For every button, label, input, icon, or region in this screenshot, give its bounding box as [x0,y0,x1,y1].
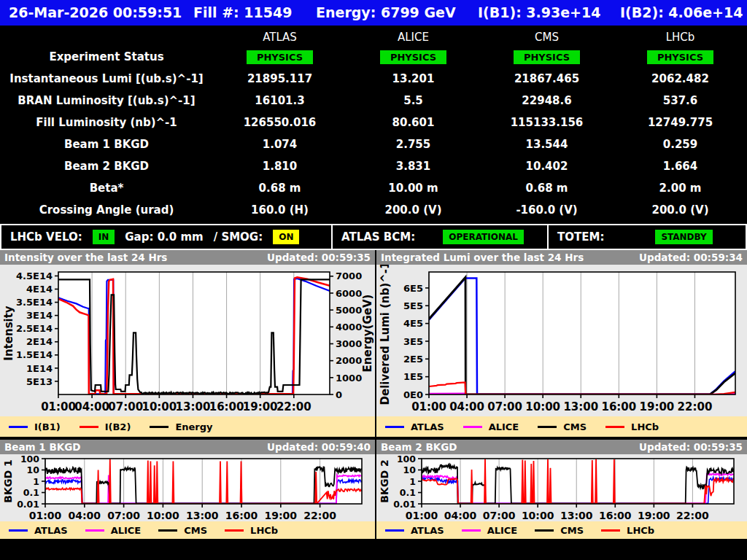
column-header-atlas: ATLAS [213,31,347,44]
top-status-bar: 26-Mar-2026 00:59:51 Fill #: 11549 Energ… [0,0,747,26]
svg-text:22:00: 22:00 [678,400,713,413]
svg-text:5E5: 5E5 [403,300,423,311]
svg-text:01:00: 01:00 [29,510,62,521]
chart-legend: ATLASALICECMSLHCb [376,416,747,437]
legend-line-swatch [85,529,104,532]
bcm-label: ATLAS BCM: [341,230,415,244]
y-axis-label: BKGD 1 [2,459,14,502]
lhc-page1-screen: 26-Mar-2026 00:59:51 Fill #: 11549 Energ… [0,0,747,560]
row-label: Experiment Status [0,50,213,63]
table-cell: 13.544 [480,138,614,151]
svg-text:2.5E14: 2.5E14 [16,323,53,334]
legend-item-atlas: ATLAS [385,525,444,536]
legend-label: LHCb [250,525,278,536]
legend-label: I(B1) [34,421,61,432]
velo-state-badge: IN [93,230,115,244]
svg-text:0.01: 0.01 [393,499,416,510]
row-label: Beam 2 BKGD [0,160,213,173]
svg-text:3E5: 3E5 [403,336,423,347]
svg-text:1: 1 [409,476,416,487]
legend-line-swatch [150,426,169,428]
chart-svg-lumi: 01:0004:0007:0010:0013:0016:0019:0022:00… [376,265,747,416]
legend-item-cms: CMS [535,525,584,536]
svg-text:5000: 5000 [336,305,362,316]
chart-title: Beam 1 BKGD [4,441,80,453]
svg-text:13:00: 13:00 [560,510,593,521]
gap-label: Gap: 0.0 mm [125,230,203,244]
svg-text:4.5E14: 4.5E14 [16,271,53,281]
legend-line-swatch [535,529,554,532]
table-cell: PHYSICS [480,50,614,64]
svg-text:1E14: 1E14 [26,363,53,374]
row-label: Instantaneous Lumi [(ub.s)^-1] [0,72,213,85]
legend-line-swatch [463,426,482,428]
legend-item-cms: CMS [158,525,207,536]
smog-label: / SMOG: [214,230,263,244]
svg-text:22:00: 22:00 [676,510,709,521]
table-cell: 126550.016 [213,116,347,129]
svg-text:10:00: 10:00 [142,400,177,413]
row-label: Beam 1 BKGD [0,138,213,151]
svg-text:1000: 1000 [336,373,362,384]
table-row: Instantaneous Lumi [(ub.s)^-1]21895.1171… [0,68,747,90]
legend-item-i-b1-: I(B1) [9,421,61,432]
svg-text:01:00: 01:00 [41,400,76,413]
bcm-state-badge: OPERATIONAL [443,230,524,244]
table-cell: 2.755 [347,138,480,151]
svg-text:7000: 7000 [336,271,362,281]
svg-text:13:00: 13:00 [176,400,211,413]
legend-line-swatch [9,529,28,532]
legend-item-atlas: ATLAS [385,421,444,432]
svg-text:100: 100 [397,454,416,464]
svg-text:22:00: 22:00 [303,510,336,521]
totem-label: TOTEM: [557,230,604,244]
svg-text:04:00: 04:00 [69,510,101,521]
svg-text:1E5: 1E5 [403,371,423,382]
chart-svg-bkgd1: 01:0004:0007:0010:0013:0016:0019:0022:00… [0,454,375,521]
table-cell: 0.68 m [213,182,347,195]
chart-plot-area: 01:0004:0007:0010:0013:0016:0019:0022:00… [376,454,747,521]
chart-plot-area: 01:0004:0007:0010:0013:0016:0019:0022:00… [0,265,375,416]
table-row: Beta*0.68 m10.00 m0.68 m2.00 m [0,177,747,199]
svg-text:10:00: 10:00 [147,510,179,521]
table-cell: 2.00 m [614,182,747,195]
legend-label: Energy [175,421,212,432]
table-row: Crossing Angle (urad)160.0 (H)200.0 (V)-… [0,199,747,221]
chart-updated-time: Updated: 00:59:35 [267,252,371,263]
svg-text:10:00: 10:00 [522,510,554,521]
svg-text:04:00: 04:00 [444,510,477,521]
legend-label: I(B2) [105,421,131,432]
table-cell: 12749.775 [614,116,747,129]
svg-text:1.5E14: 1.5E14 [16,349,53,360]
svg-text:22:00: 22:00 [276,400,311,413]
chart-svg-bkgd2: 01:0004:0007:0010:0013:0016:0019:0022:00… [376,454,747,521]
table-cell: 200.0 (V) [614,203,747,217]
chart-title: Integrated Lumi over the last 24 Hrs [381,252,584,263]
legend-line-swatch [225,529,244,532]
totem-state-badge: STANDBY [655,230,712,244]
chart-title-bar: Beam 2 BKGDUpdated: 00:59:35 [376,440,747,454]
table-cell: 10.402 [480,160,614,173]
legend-line-swatch [385,426,404,428]
legend-label: ATLAS [411,421,444,432]
svg-text:6000: 6000 [336,288,362,299]
chart-updated-time: Updated: 00:59:34 [639,252,743,263]
svg-text:4E14: 4E14 [26,284,53,295]
row-label: Crossing Angle (urad) [0,203,213,217]
svg-text:07:00: 07:00 [107,510,140,521]
y-axis-label: Delivered Lumi (nb)^-1 [379,265,392,405]
legend-item-lhcb: LHCb [605,421,659,432]
table-row: Experiment StatusPHYSICSPHYSICSPHYSICSPH… [0,46,747,68]
status-badge: PHYSICS [514,50,580,64]
datetime-text: 26-Mar-2026 00:59:51 [9,0,182,26]
column-header-cms: CMS [480,31,614,44]
column-header-lhcb: LHCb [614,31,747,44]
velo-label: LHCb VELO: [10,230,82,244]
svg-text:3000: 3000 [336,338,362,349]
svg-text:04:00: 04:00 [449,400,484,413]
chart-title: Beam 2 BKGD [381,441,457,453]
row-label: BRAN Luminosity [(ub.s)^-1] [0,94,213,107]
chart-plot-area: 01:0004:0007:0010:0013:0016:0019:0022:00… [0,454,375,521]
legend-item-lhcb: LHCb [601,525,654,536]
status-badge: PHYSICS [380,50,446,64]
